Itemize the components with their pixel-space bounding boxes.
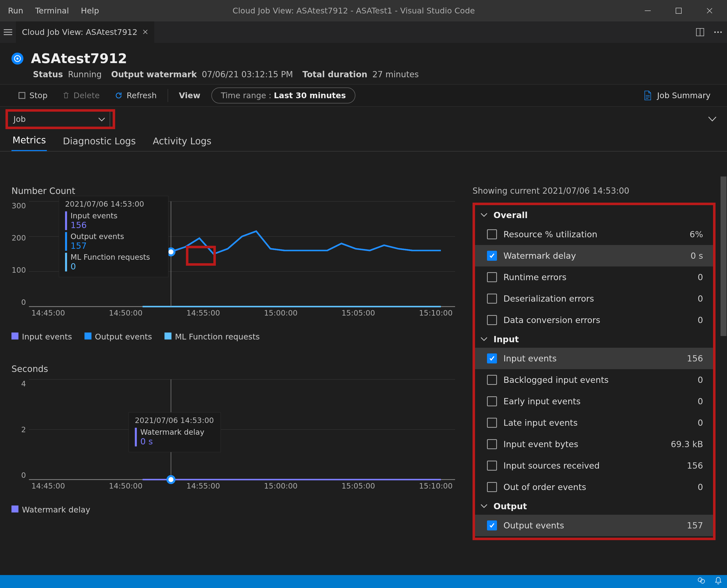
metric-label: Resource % utilization (504, 229, 663, 239)
checkbox[interactable] (487, 418, 497, 428)
metrics-panel-highlight: OverallResource % utilization6%Watermark… (473, 203, 715, 540)
timerange-selector[interactable]: Time range : Last 30 minutes (211, 87, 356, 103)
checkbox[interactable] (487, 229, 497, 239)
checkbox[interactable] (487, 315, 497, 325)
document-icon (643, 90, 652, 101)
checkbox[interactable] (487, 251, 497, 261)
chart2-xaxis: 14:45:0014:50:0014:55:0015:00:0015:05:00… (29, 482, 455, 495)
checkbox[interactable] (487, 294, 497, 303)
tab-close-icon[interactable] (142, 27, 148, 37)
metric-row[interactable]: Out of order events0 (475, 476, 713, 498)
metric-row[interactable]: Late input events0 (475, 412, 713, 434)
metric-value: 156 (669, 354, 709, 363)
metric-label: Watermark delay (504, 251, 663, 261)
delete-button[interactable]: Delete (56, 87, 107, 103)
minimize-icon[interactable] (639, 2, 656, 19)
chart-watermark-delay[interactable]: 4 2 0 14:45:0014:50:0014:55:0015:00:0015… (12, 377, 455, 495)
svg-rect-16 (19, 92, 25, 99)
metric-value: 156 (669, 461, 709, 470)
checkbox[interactable] (487, 354, 497, 363)
duration-label: Total duration (303, 69, 368, 79)
chart-number-count[interactable]: 300 200 100 0 14:45:0014:50:0014:55:0015… (12, 200, 455, 321)
chart2-plot (29, 379, 455, 480)
job-summary-button[interactable]: Job Summary (638, 90, 715, 101)
editor-tabbar: Cloud Job View: ASAtest7912 (0, 21, 727, 43)
metrics-content: Number Count 300 200 100 0 14:45:0014:50… (0, 176, 727, 588)
metric-label: Early input events (504, 396, 663, 406)
checkbox[interactable] (487, 439, 497, 449)
stop-button[interactable]: Stop (12, 87, 55, 103)
metric-value: 0 (669, 418, 709, 428)
checkbox[interactable] (487, 461, 497, 470)
metric-row[interactable]: Resource % utilization6% (475, 224, 713, 245)
stop-label: Stop (29, 91, 48, 100)
tab-metrics[interactable]: Metrics (12, 135, 47, 151)
cloud-job-view-pane: ASAtest7912 Status Running Output waterm… (0, 43, 727, 588)
metrics-group-header[interactable]: Overall (475, 207, 713, 224)
metric-row[interactable]: Watermark delay0 s (475, 245, 713, 267)
metric-value: 0 s (669, 251, 709, 261)
metric-label: Backlogged input events (504, 375, 663, 385)
more-icon[interactable] (709, 23, 727, 41)
checkbox[interactable] (487, 272, 497, 282)
job-title: ASAtest7912 (31, 51, 127, 66)
metric-label: Deserialization errors (504, 294, 663, 303)
scope-selector[interactable]: Job (8, 112, 110, 127)
metric-row[interactable]: Input sources received156 (475, 455, 713, 476)
metric-row[interactable]: Output events157 (475, 515, 713, 536)
metrics-panel: OverallResource % utilization6%Watermark… (475, 207, 713, 536)
split-editor-icon[interactable] (691, 23, 709, 41)
checkbox[interactable] (487, 521, 497, 530)
scope-selector-highlight: Job (5, 109, 115, 129)
panel-collapse-icon[interactable] (708, 114, 717, 124)
metrics-group-header[interactable]: Input (475, 331, 713, 348)
metric-row[interactable]: Deserialization errors0 (475, 288, 713, 309)
tab-diagnostic-logs[interactable]: Diagnostic Logs (62, 136, 137, 151)
checkbox[interactable] (487, 375, 497, 385)
menu-run[interactable]: Run (2, 0, 29, 21)
chart1-legend: Input eventsOutput eventsML Function req… (12, 332, 455, 341)
metric-label: Runtime errors (504, 272, 663, 282)
tab-activity-logs[interactable]: Activity Logs (152, 136, 213, 151)
menu-terminal[interactable]: Terminal (29, 0, 75, 21)
metric-label: Input event bytes (504, 439, 663, 449)
vertical-scrollbar[interactable] (720, 176, 727, 575)
tab-label: Cloud Job View: ASAtest7912 (22, 27, 137, 37)
scope-selector-row: Job (0, 107, 727, 132)
legend-item[interactable]: ML Function requests (165, 332, 260, 341)
metrics-group-header[interactable]: Output (475, 498, 713, 515)
feedback-icon[interactable] (697, 576, 706, 587)
azure-stream-icon (12, 52, 23, 65)
chart2-legend: Watermark delay (12, 505, 455, 514)
metric-row[interactable]: Data conversion errors0 (475, 309, 713, 331)
metric-row[interactable]: Backlogged input events0 (475, 369, 713, 391)
scroll-thumb[interactable] (721, 176, 727, 336)
watermark-value: 07/06/21 03:12:15 PM (202, 69, 293, 79)
close-icon[interactable] (701, 2, 718, 19)
chart2-tooltip: 2021/07/06 14:53:00 Watermark delay0 s (129, 412, 221, 452)
bell-icon[interactable] (714, 576, 722, 587)
legend-item[interactable]: Watermark delay (12, 505, 90, 514)
tab-cloud-job-view[interactable]: Cloud Job View: ASAtest7912 (16, 21, 154, 43)
cursor-marker-highlight (186, 246, 216, 266)
menu-icon[interactable] (0, 29, 16, 35)
svg-point-11 (714, 31, 716, 33)
checkbox[interactable] (487, 482, 497, 492)
metric-row[interactable]: Input events156 (475, 348, 713, 369)
status-bar (0, 575, 727, 588)
svg-point-13 (720, 31, 722, 33)
svg-rect-1 (676, 8, 681, 14)
metric-row[interactable]: Input event bytes69.3 kB (475, 434, 713, 455)
metric-value: 0 (669, 482, 709, 492)
legend-item[interactable]: Input events (12, 332, 72, 341)
refresh-button[interactable]: Refresh (108, 87, 164, 103)
maximize-icon[interactable] (670, 2, 687, 19)
watermark-label: Output watermark (111, 69, 197, 79)
delete-label: Delete (73, 91, 100, 100)
metric-row[interactable]: Early input events0 (475, 391, 713, 412)
legend-item[interactable]: Output events (85, 332, 152, 341)
refresh-icon (115, 91, 123, 100)
metric-row[interactable]: Runtime errors0 (475, 267, 713, 288)
chart1-xaxis: 14:45:0014:50:0014:55:0015:00:0015:05:00… (29, 309, 455, 321)
checkbox[interactable] (487, 396, 497, 406)
